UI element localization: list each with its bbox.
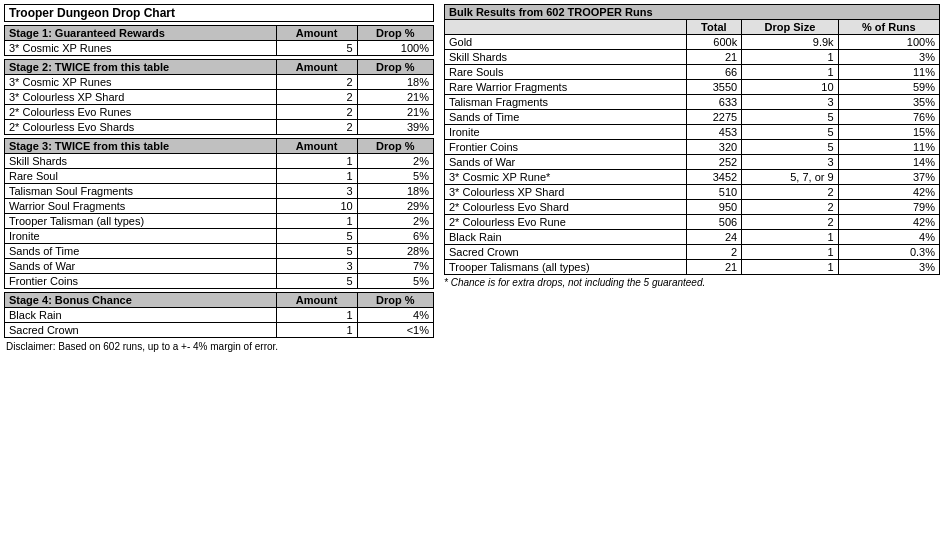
stage3-header-row: Stage 3: TWICE from this table Amount Dr… (5, 139, 434, 154)
row-drop: 4% (357, 308, 433, 323)
table-row: Sands of War 3 7% (5, 259, 434, 274)
row-drop-size: 1 (742, 230, 838, 245)
table-row: Skill Shards2113% (445, 50, 940, 65)
row-name: 2* Colourless Evo Rune (445, 215, 687, 230)
row-drop-size: 2 (742, 185, 838, 200)
row-name: Rare Souls (445, 65, 687, 80)
row-pct: 76% (838, 110, 939, 125)
row-amount: 2 (276, 120, 357, 135)
row-total: 2 (686, 245, 742, 260)
row-drop-size: 1 (742, 65, 838, 80)
row-pct: 35% (838, 95, 939, 110)
row-amount: 2 (276, 75, 357, 90)
stage1-header-row: Stage 1: Guaranteed Rewards Amount Drop … (5, 26, 434, 41)
row-total: 950 (686, 200, 742, 215)
right-panel: Bulk Results from 602 TROOPER Runs Total… (444, 4, 940, 288)
right-footnote: * Chance is for extra drops, not includi… (444, 277, 940, 288)
row-name: 3* Cosmic XP Runes (5, 41, 277, 56)
table-row: Black Rain2414% (445, 230, 940, 245)
row-name: Sands of War (445, 155, 687, 170)
row-pct: 42% (838, 215, 939, 230)
stage1-drop-header: Drop % (357, 26, 433, 41)
row-amount: 5 (276, 274, 357, 289)
table-row: Black Rain 1 4% (5, 308, 434, 323)
row-name: Skill Shards (5, 154, 277, 169)
table-row: Sands of Time 5 28% (5, 244, 434, 259)
row-drop: 7% (357, 259, 433, 274)
row-drop: 21% (357, 90, 433, 105)
row-name: Sacred Crown (445, 245, 687, 260)
row-total: 3550 (686, 80, 742, 95)
stage4-amount-header: Amount (276, 293, 357, 308)
table-row: Ironite453515% (445, 125, 940, 140)
row-total: 600k (686, 35, 742, 50)
table-row: Rare Warrior Fragments35501059% (445, 80, 940, 95)
row-name: 2* Colourless Evo Runes (5, 105, 277, 120)
table-row: 3* Cosmic XP Runes 5 100% (5, 41, 434, 56)
row-drop-size: 1 (742, 260, 838, 275)
table-row: Sands of War252314% (445, 155, 940, 170)
row-amount: 1 (276, 323, 357, 338)
main-title-row: Trooper Dungeon Drop Chart (5, 5, 434, 22)
row-total: 453 (686, 125, 742, 140)
left-panel: Trooper Dungeon Drop Chart Stage 1: Guar… (4, 4, 434, 353)
row-drop: 5% (357, 169, 433, 184)
row-name: Black Rain (5, 308, 277, 323)
row-drop: 28% (357, 244, 433, 259)
row-pct: 79% (838, 200, 939, 215)
row-drop: 39% (357, 120, 433, 135)
row-total: 320 (686, 140, 742, 155)
row-pct: 4% (838, 230, 939, 245)
disclaimer: Disclaimer: Based on 602 runs, up to a +… (4, 340, 434, 353)
table-row: 3* Colourless XP Shard 2 21% (5, 90, 434, 105)
table-row: 2* Colourless Evo Shards 2 39% (5, 120, 434, 135)
row-pct: 15% (838, 125, 939, 140)
row-drop-size: 2 (742, 215, 838, 230)
stage3-drop-header: Drop % (357, 139, 433, 154)
table-row: Sands of Time2275576% (445, 110, 940, 125)
row-amount: 3 (276, 259, 357, 274)
right-title: Bulk Results from 602 TROOPER Runs (445, 5, 940, 20)
row-amount: 1 (276, 154, 357, 169)
row-name: Frontier Coins (5, 274, 277, 289)
col-header-name (445, 20, 687, 35)
row-name: 3* Cosmic XP Rune* (445, 170, 687, 185)
stage4-header: Stage 4: Bonus Chance (5, 293, 277, 308)
row-drop-size: 1 (742, 245, 838, 260)
table-row: Rare Soul 1 5% (5, 169, 434, 184)
row-name: Sands of Time (5, 244, 277, 259)
row-name: Rare Soul (5, 169, 277, 184)
row-total: 633 (686, 95, 742, 110)
row-name: Gold (445, 35, 687, 50)
table-row: Frontier Coins 5 5% (5, 274, 434, 289)
row-amount: 3 (276, 184, 357, 199)
row-total: 3452 (686, 170, 742, 185)
stage2-header: Stage 2: TWICE from this table (5, 60, 277, 75)
row-drop: <1% (357, 323, 433, 338)
right-col-header-row: Total Drop Size % of Runs (445, 20, 940, 35)
row-drop: 21% (357, 105, 433, 120)
row-drop: 100% (357, 41, 433, 56)
row-pct: 59% (838, 80, 939, 95)
row-pct: 11% (838, 140, 939, 155)
row-pct: 11% (838, 65, 939, 80)
row-pct: 14% (838, 155, 939, 170)
row-drop: 18% (357, 184, 433, 199)
col-header-drop-size: Drop Size (742, 20, 838, 35)
stage4-header-row: Stage 4: Bonus Chance Amount Drop % (5, 293, 434, 308)
table-row: Rare Souls66111% (445, 65, 940, 80)
row-name: Talisman Soul Fragments (5, 184, 277, 199)
stage2-drop-header: Drop % (357, 60, 433, 75)
row-total: 21 (686, 260, 742, 275)
row-amount: 1 (276, 308, 357, 323)
row-amount: 2 (276, 90, 357, 105)
row-name: 3* Colourless XP Shard (5, 90, 277, 105)
table-row: Skill Shards 1 2% (5, 154, 434, 169)
row-amount: 2 (276, 105, 357, 120)
row-total: 2275 (686, 110, 742, 125)
row-pct: 0.3% (838, 245, 939, 260)
row-drop: 6% (357, 229, 433, 244)
row-name: Sands of Time (445, 110, 687, 125)
row-name: 2* Colourless Evo Shards (5, 120, 277, 135)
table-row: Talisman Fragments633335% (445, 95, 940, 110)
